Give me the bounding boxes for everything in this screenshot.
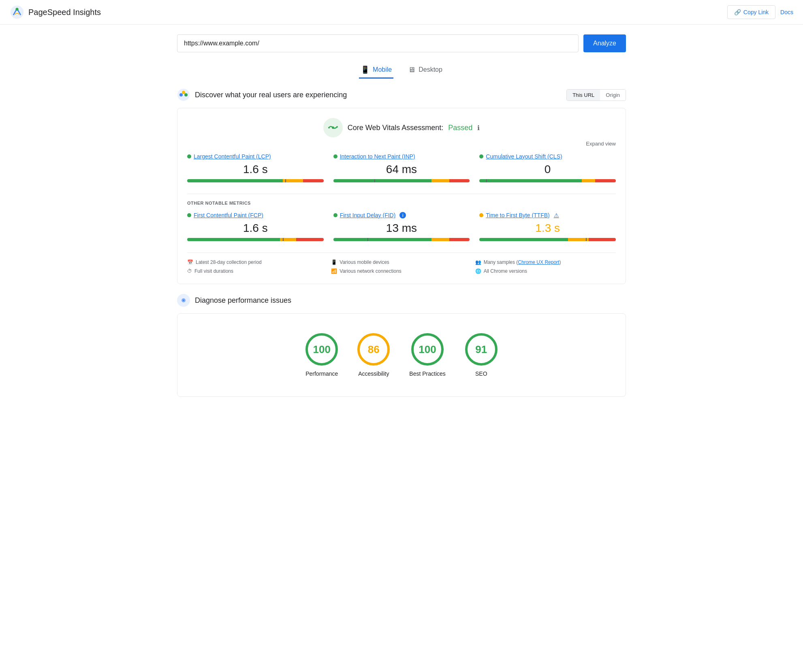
chrome-ux-report-link[interactable]: Chrome UX Report [518,259,559,265]
header-left: PageSpeed Insights [10,5,101,19]
fcp-marker [283,238,284,241]
fcp-metric: First Contentful Paint (FCP) 1.6 s [187,212,324,243]
fid-status-dot [333,213,337,217]
pagespeed-logo [10,5,24,19]
accessibility-score-label: Accessibility [358,370,389,377]
desktop-icon: 🖥 [408,66,415,74]
cls-bar-bg [479,179,616,182]
url-origin-toggle: This URL Origin [566,89,626,101]
svg-point-7 [332,126,334,129]
fcp-value: 1.6 s [187,222,324,235]
tab-desktop[interactable]: 🖥 Desktop [406,62,444,79]
docs-link[interactable]: Docs [780,9,793,15]
best-practices-score-circle: 100 [411,333,444,366]
analyze-button[interactable]: Analyze [583,34,626,52]
clock-icon: ⏱ [187,268,192,274]
ttfb-warning-icon: ⚠ [554,212,559,218]
seo-score-label: SEO [475,370,487,377]
expand-view-link[interactable]: Expand view [187,141,616,147]
performance-score-label: Performance [305,370,338,377]
ttfb-bar [479,238,616,241]
origin-button[interactable]: Origin [600,90,626,101]
footer-info-network: 📶 Various network connections [331,268,472,274]
other-metrics-label: OTHER NOTABLE METRICS [187,201,616,205]
scores-grid: 100 Performance 86 Accessibility 100 Bes… [187,323,616,387]
url-input[interactable] [177,34,579,52]
lcp-marker [285,179,286,182]
inp-label[interactable]: Interaction to Next Paint (INP) [333,153,470,160]
this-url-button[interactable]: This URL [567,90,600,101]
lcp-value: 1.6 s [187,163,324,176]
crux-title-area: Discover what your real users are experi… [177,88,347,101]
cwv-status: Passed [448,124,472,132]
svg-point-1 [15,8,18,11]
svg-point-4 [184,93,188,96]
svg-point-9 [336,126,338,128]
crux-section-title: Discover what your real users are experi… [195,91,347,99]
footer-info-visits: ⏱ Full visit durations [187,268,328,274]
ttfb-marker [586,238,587,241]
fid-label[interactable]: First Input Delay (FID) i [333,212,470,218]
best-practices-score-item: 100 Best Practices [409,333,445,377]
header: PageSpeed Insights 🔗 Copy Link Docs [0,0,803,25]
fcp-bar [187,238,324,241]
network-icon: 📶 [331,268,337,274]
svg-point-12 [183,300,184,301]
footer-info-samples: 👥 Many samples (Chrome UX Report) [475,259,616,265]
svg-point-5 [182,91,185,94]
footer-info-grid: 📅 Latest 28-day collection period 📱 Vari… [187,253,616,274]
ttfb-status-dot [479,213,483,217]
fid-metric: First Input Delay (FID) i 13 ms [333,212,470,243]
crux-icon [177,88,190,101]
best-practices-score-label: Best Practices [409,370,445,377]
fcp-label[interactable]: First Contentful Paint (FCP) [187,212,324,218]
seo-score-item: 91 SEO [465,333,498,377]
crux-section-header: Discover what your real users are experi… [177,88,626,101]
inp-status-dot [333,154,337,158]
inp-bar-bg [333,179,470,182]
inp-value: 64 ms [333,163,470,176]
ttfb-metric: Time to First Byte (TTFB) ⚠ 1.3 s [479,212,616,243]
diagnose-title: Diagnose performance issues [195,296,291,305]
lcp-bar [187,179,324,182]
svg-point-0 [11,6,23,19]
footer-info-devices: 📱 Various mobile devices [331,259,472,265]
lcp-metric: Largest Contentful Paint (LCP) 1.6 s [187,153,324,184]
cwv-icon [323,118,343,137]
other-metrics-grid: First Contentful Paint (FCP) 1.6 s [187,212,616,243]
users-icon: 👥 [475,259,481,265]
diagnose-icon [177,294,190,307]
footer-info-collection: 📅 Latest 28-day collection period [187,259,328,265]
inp-metric: Interaction to Next Paint (INP) 64 ms [333,153,470,184]
cls-label[interactable]: Cumulative Layout Shift (CLS) [479,153,616,160]
ttfb-label[interactable]: Time to First Byte (TTFB) ⚠ [479,212,616,218]
cwv-card: Core Web Vitals Assessment: Passed ℹ Exp… [177,108,626,284]
svg-point-2 [177,89,190,101]
inp-bar [333,179,470,182]
cls-marker [486,179,487,182]
cls-value: 0 [479,163,616,176]
fid-bar [333,238,470,241]
url-bar: Analyze [177,34,626,52]
lcp-bar-bg [187,179,324,182]
svg-point-8 [328,127,330,128]
accessibility-score-circle: 86 [357,333,390,366]
cwv-header: Core Web Vitals Assessment: Passed ℹ [187,118,616,137]
copy-link-button[interactable]: 🔗 Copy Link [727,5,775,19]
header-right: 🔗 Copy Link Docs [727,5,793,19]
ttfb-value: 1.3 s [479,222,616,235]
scores-card: 100 Performance 86 Accessibility 100 Bes… [177,313,626,397]
lcp-label[interactable]: Largest Contentful Paint (LCP) [187,153,324,160]
fcp-status-dot [187,213,191,217]
mobile-device-icon: 📱 [331,259,337,265]
chrome-icon: 🌐 [475,268,481,274]
performance-score-item: 100 Performance [305,333,338,377]
cwv-info-icon[interactable]: ℹ [477,124,480,132]
tab-mobile[interactable]: 📱 Mobile [359,62,393,79]
calendar-icon: 📅 [187,259,193,265]
lcp-status-dot [187,154,191,158]
inp-marker [374,179,375,182]
other-metrics-section: OTHER NOTABLE METRICS First Contentful P… [187,194,616,243]
svg-point-3 [179,93,183,96]
fid-info-icon[interactable]: i [399,212,406,218]
